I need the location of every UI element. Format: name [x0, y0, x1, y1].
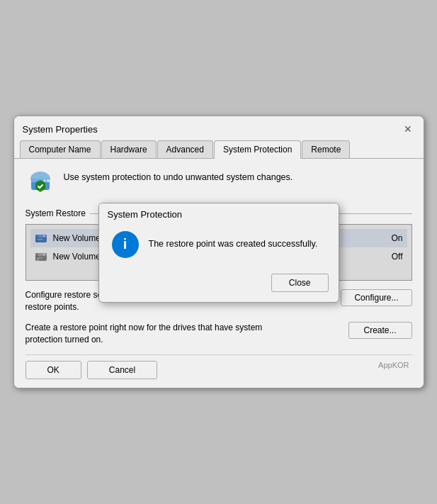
- info-icon: i: [112, 231, 139, 258]
- create-row: Create a restore point right now for the…: [25, 322, 412, 346]
- title-bar: System Properties ✕: [14, 116, 424, 136]
- watermark: AppKOR: [378, 361, 412, 379]
- modal-body: i The restore point was created successf…: [99, 220, 339, 271]
- modal-close-button[interactable]: Close: [271, 274, 329, 292]
- tab-bar: Computer Name Hardware Advanced System P…: [14, 136, 424, 158]
- system-protection-icon: [25, 169, 55, 198]
- modal-footer: Close: [99, 271, 339, 302]
- modal-message: The restore point was created successful…: [149, 238, 318, 251]
- header-description: Use system protection to undo unwanted s…: [64, 169, 293, 184]
- modal-title: System Protection: [108, 209, 183, 220]
- tab-advanced[interactable]: Advanced: [157, 140, 213, 158]
- content-area: Use system protection to undo unwanted s…: [14, 158, 424, 387]
- system-properties-window: System Properties ✕ Computer Name Hardwa…: [13, 116, 424, 388]
- tab-system-protection[interactable]: System Protection: [214, 140, 301, 159]
- system-restore-section: New Volume (C:) (System) On E New Volum: [25, 224, 412, 281]
- window-close-button[interactable]: ✕: [401, 122, 415, 136]
- system-protection-dialog: System Protection i The restore point wa…: [98, 203, 339, 303]
- ok-button[interactable]: OK: [25, 361, 81, 379]
- modal-overlay: System Protection i The restore point wa…: [25, 224, 412, 281]
- tab-computer-name[interactable]: Computer Name: [20, 140, 101, 158]
- cancel-button[interactable]: Cancel: [87, 361, 157, 379]
- configure-button[interactable]: Configure...: [341, 289, 412, 306]
- tab-remote[interactable]: Remote: [302, 140, 350, 158]
- header-section: Use system protection to undo unwanted s…: [25, 169, 412, 198]
- create-description: Create a restore point right now for the…: [25, 322, 266, 346]
- create-button[interactable]: Create...: [348, 322, 412, 339]
- modal-title-bar: System Protection: [99, 203, 339, 220]
- footer-buttons: OK Cancel AppKOR: [25, 354, 412, 379]
- window-title: System Properties: [23, 124, 98, 135]
- svg-point-3: [47, 179, 50, 182]
- tab-hardware[interactable]: Hardware: [101, 140, 157, 158]
